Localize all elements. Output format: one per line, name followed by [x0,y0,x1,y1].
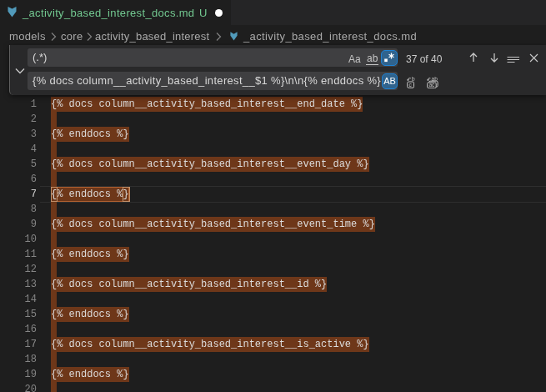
svg-text:ab: ab [432,77,438,82]
svg-text:c: c [409,81,413,87]
svg-text:ac: ac [429,82,436,88]
svg-text:b: b [412,77,415,82]
